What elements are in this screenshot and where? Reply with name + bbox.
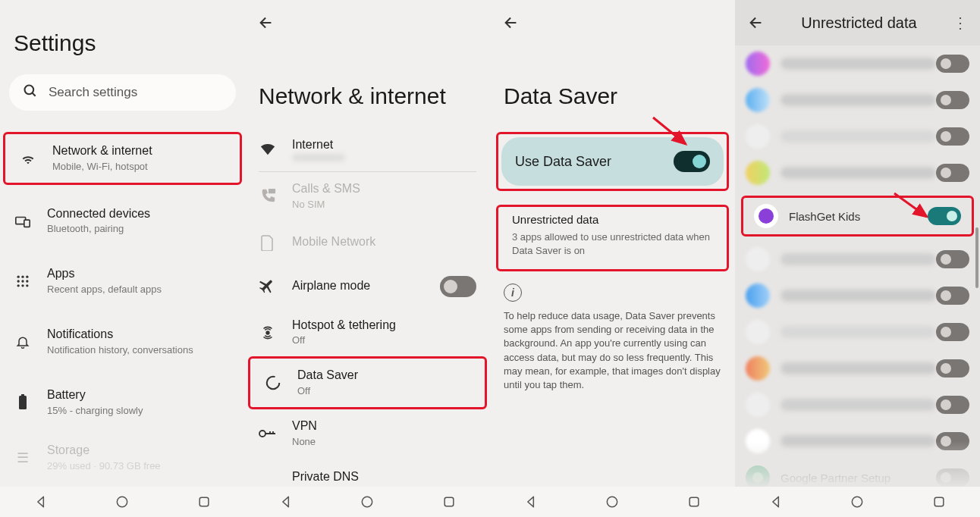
highlight-use-data-saver: Use Data Saver — [496, 132, 729, 191]
svg-rect-16 — [199, 497, 209, 506]
app-toggle[interactable] — [936, 164, 969, 182]
unrestricted-sub: 3 apps allowed to use unrestricted data … — [507, 230, 718, 262]
app-row[interactable] — [735, 118, 980, 155]
item-apps[interactable]: Apps Recent apps, default apps — [0, 257, 245, 306]
back-icon[interactable] — [502, 14, 520, 32]
item-internet[interactable]: Internet — [245, 127, 490, 171]
nav-home-icon[interactable] — [113, 493, 131, 511]
bell-icon — [14, 333, 32, 351]
highlight-data-saver: Data Saver Off — [248, 356, 487, 409]
svg-point-10 — [17, 284, 20, 287]
app-toggle[interactable] — [936, 359, 969, 378]
nav-back-icon[interactable] — [32, 493, 50, 511]
app-icon — [746, 429, 770, 453]
svg-point-11 — [21, 284, 24, 287]
item-label: Apps — [47, 266, 231, 282]
item-mobile-network[interactable]: Mobile Network — [245, 221, 490, 265]
app-toggle[interactable] — [936, 250, 969, 268]
app-toggle[interactable] — [936, 468, 969, 487]
app-row[interactable] — [735, 423, 980, 459]
app-row[interactable] — [735, 82, 980, 118]
battery-icon — [14, 393, 32, 412]
app-row[interactable] — [735, 350, 980, 387]
app-name: Google Partner Setup — [781, 472, 936, 484]
top-bar — [490, 0, 735, 45]
svg-point-0 — [25, 85, 34, 94]
svg-rect-14 — [21, 394, 24, 396]
item-data-saver[interactable]: Data Saver Off — [250, 359, 485, 407]
item-sub: 15% - charging slowly — [47, 405, 231, 418]
svg-point-27 — [853, 497, 862, 506]
app-row[interactable] — [735, 155, 980, 191]
app-toggle[interactable] — [936, 127, 969, 146]
back-icon[interactable] — [747, 14, 765, 32]
svg-rect-17 — [269, 189, 275, 193]
app-icon — [746, 356, 770, 381]
app-name-blurred — [781, 326, 936, 338]
app-row[interactable] — [735, 241, 980, 277]
item-airplane-mode[interactable]: Airplane mode — [245, 265, 490, 309]
item-sub: None — [292, 436, 476, 449]
item-label: Hotspot & tethering — [292, 318, 476, 334]
nav-home-icon[interactable] — [358, 493, 376, 511]
app-toggle[interactable] — [936, 91, 969, 109]
info-icon: i — [504, 284, 522, 302]
use-data-saver-row[interactable]: Use Data Saver — [501, 137, 724, 186]
app-toggle[interactable] — [936, 432, 969, 450]
search-input[interactable]: Search settings — [9, 74, 236, 111]
item-sub: Off — [297, 385, 471, 398]
app-toggle[interactable] — [936, 55, 969, 73]
app-toggle[interactable] — [936, 396, 969, 414]
search-placeholder: Search settings — [49, 85, 137, 100]
svg-point-7 — [17, 280, 20, 283]
app-toggle[interactable] — [936, 323, 969, 341]
app-icon — [746, 247, 770, 271]
item-notifications[interactable]: Notifications Notification history, conv… — [0, 318, 245, 366]
use-data-saver-toggle[interactable] — [674, 151, 710, 172]
scrollbar[interactable] — [975, 227, 978, 288]
app-toggle[interactable] — [936, 287, 969, 305]
app-name-blurred — [781, 290, 936, 302]
item-sub: Bluetooth, pairing — [47, 223, 231, 236]
item-sub: Off — [292, 334, 476, 347]
page-title: Network & internet — [245, 45, 490, 127]
nav-recent-icon[interactable] — [440, 493, 458, 511]
app-icon — [754, 204, 778, 228]
item-storage[interactable]: ☰ Storage 29% used · 90.73 GB free — [0, 434, 245, 482]
menu-icon: ☰ — [14, 449, 32, 467]
app-toggle[interactable] — [928, 207, 961, 225]
highlight-unrestricted: Unrestricted data 3 apps allowed to use … — [496, 205, 729, 271]
item-network-internet[interactable]: Network & internet Mobile, Wi-Fi, hotspo… — [5, 134, 240, 183]
item-calls-sms[interactable]: Calls & SMS No SIM — [245, 172, 490, 221]
item-unrestricted-data[interactable]: Unrestricted data 3 apps allowed to use … — [498, 207, 727, 269]
app-name-blurred — [781, 130, 936, 143]
app-row[interactable] — [735, 314, 980, 350]
nav-recent-icon[interactable] — [195, 493, 213, 511]
app-row-flashget[interactable]: FlashGet Kids — [743, 198, 972, 234]
nav-back-icon[interactable] — [522, 493, 540, 511]
more-icon[interactable]: ⋮ — [953, 14, 968, 32]
nav-recent-icon[interactable] — [930, 493, 948, 511]
app-row[interactable] — [735, 387, 980, 423]
data-saver-icon — [264, 374, 282, 392]
item-battery[interactable]: Battery 15% - charging slowly — [0, 378, 245, 427]
item-connected-devices[interactable]: Connected devices Bluetooth, pairing — [0, 197, 245, 246]
item-hotspot[interactable]: Hotspot & tethering Off — [245, 309, 490, 357]
hotspot-icon — [259, 324, 277, 342]
nav-recent-icon[interactable] — [685, 493, 703, 511]
back-icon[interactable] — [257, 14, 275, 32]
airplane-toggle[interactable] — [440, 276, 476, 297]
nav-home-icon[interactable] — [603, 493, 621, 511]
item-vpn[interactable]: VPN None — [245, 409, 490, 458]
item-label: Airplane mode — [292, 278, 425, 294]
page-title: Unrestricted data — [765, 14, 953, 32]
app-name-blurred — [781, 58, 936, 70]
highlight-flashget-kids: FlashGet Kids — [741, 196, 974, 237]
item-sub: Recent apps, default apps — [47, 284, 231, 296]
nav-back-icon[interactable] — [277, 493, 295, 511]
page-title: Settings — [0, 0, 245, 74]
nav-home-icon[interactable] — [848, 493, 866, 511]
app-row[interactable] — [735, 277, 980, 314]
app-row[interactable] — [735, 45, 980, 82]
nav-back-icon[interactable] — [767, 493, 785, 511]
